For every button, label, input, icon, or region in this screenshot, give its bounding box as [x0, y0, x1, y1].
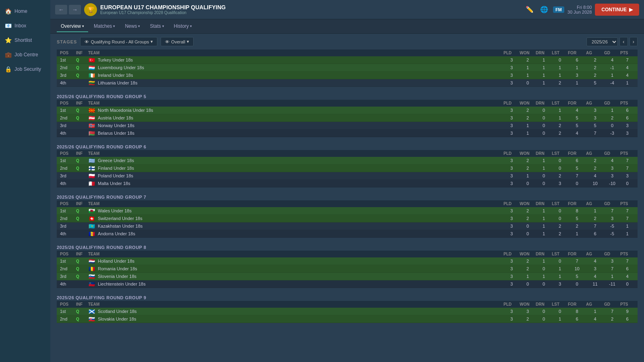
stat-cell: -5	[604, 231, 620, 236]
stat-cell: 0	[520, 181, 536, 186]
column-header: TEAM	[88, 252, 504, 256]
qualified-badge: Q	[76, 66, 79, 70]
column-header: WON	[520, 151, 536, 156]
stat-cell: 0	[604, 123, 620, 128]
stat-cell: 2	[604, 317, 620, 321]
sidebar-item-job-security[interactable]: 🔒 Job Security	[0, 62, 50, 76]
season-select[interactable]: 2025/26	[586, 37, 618, 46]
date-info: Fri 8:00 30 Jun 2028	[568, 5, 592, 14]
stat-cell: 3	[504, 131, 520, 136]
lock-icon: 🔒	[5, 66, 11, 72]
chevron-down-icon: ▾	[138, 24, 140, 28]
team-cell: 🇰🇿Kazakhstan Under 18s	[88, 224, 504, 228]
overall-dropdown[interactable]: 👁 Overall ▾	[161, 37, 194, 46]
column-header: FOR	[568, 202, 586, 206]
flag-icon: 🇸🇰	[88, 317, 95, 321]
tab-history[interactable]: History ▾	[170, 21, 196, 32]
column-header: AG	[586, 302, 604, 306]
group-section: 2025/26 QUALIFYING ROUND GROUP 5POSINFTE…	[57, 92, 638, 137]
column-header: PTS	[620, 151, 634, 156]
tab-stats[interactable]: Stats ▾	[146, 21, 168, 32]
column-header: FOR	[568, 302, 586, 306]
stat-cell: 2	[568, 224, 586, 228]
team-name: North Macedonia Under 18s	[98, 108, 153, 113]
table-row: 3rd🇰🇿Kazakhstan Under 18s301227-51	[57, 222, 638, 230]
stat-cell: 2	[520, 216, 536, 221]
stat-cell: 4	[604, 158, 620, 163]
column-header: PTS	[620, 51, 634, 55]
stat-cell: 3	[620, 123, 634, 128]
sidebar-item-home[interactable]: 🏠 Home	[0, 4, 50, 19]
continue-button[interactable]: CONTINUE ▶	[595, 4, 639, 16]
globe-icon[interactable]: 🌐	[539, 4, 550, 15]
sidebar-item-job-centre[interactable]: 💼 Job Centre	[0, 47, 50, 62]
stat-cell: 2	[586, 65, 604, 70]
position-cell: 1st	[60, 309, 76, 314]
position-cell: 2nd	[60, 317, 76, 321]
team-name: Finland Under 18s	[98, 166, 134, 171]
position-cell: 3rd	[60, 73, 76, 78]
sidebar-item-shortlist[interactable]: ⭐ Shortlist	[0, 33, 50, 47]
column-header: POS	[60, 51, 76, 55]
forward-button[interactable]: →	[69, 5, 81, 14]
group-section: POSINFTEAMPLDWONDRNLSTFORAGGDPTS1stQ🇹🇷Tu…	[57, 49, 638, 87]
main-content: ← → 🏆 EUROPEAN U17 CHAMPIONSHIP QUALIFYI…	[50, 0, 644, 362]
sidebar-item-inbox[interactable]: 📧 Inbox	[0, 19, 50, 33]
stat-cell: 0	[520, 282, 536, 286]
prev-page-button[interactable]: ‹	[619, 37, 627, 46]
back-button[interactable]: ←	[55, 5, 67, 14]
qualified-badge: Q	[76, 158, 79, 163]
edit-icon[interactable]: ✏️	[524, 4, 535, 15]
position-cell: 4th	[60, 282, 76, 286]
stat-cell: 0	[536, 266, 552, 271]
column-header: WON	[520, 101, 536, 105]
stat-cell: 1	[520, 274, 536, 279]
stat-cell: 1	[536, 73, 552, 78]
info-cell: Q	[76, 259, 88, 263]
tab-overview[interactable]: Overview ▾	[57, 21, 88, 32]
team-name: Scotland Under 18s	[98, 309, 137, 314]
qualified-badge: Q	[76, 166, 79, 171]
team-cell: 🇸🇰Slovakia Under 18s	[88, 317, 504, 321]
stat-cell: -1	[604, 65, 620, 70]
position-cell: 3rd	[60, 173, 76, 178]
briefcase-icon: 💼	[5, 51, 11, 58]
column-header: FOR	[568, 101, 586, 105]
stat-cell: 7	[604, 309, 620, 314]
sidebar-item-label: Inbox	[14, 23, 26, 29]
stat-cell: 0	[536, 181, 552, 186]
team-cell: 🇳🇴Norway Under 18s	[88, 123, 504, 128]
column-header: POS	[60, 151, 76, 156]
table-row: 4th🇱🇮Liechtenstein Under 18s3003011-110	[57, 280, 638, 288]
column-header: PLD	[504, 302, 520, 306]
stat-cell: 2	[586, 216, 604, 221]
info-cell: Q	[76, 166, 88, 171]
column-header: FOR	[568, 151, 586, 156]
next-page-button[interactable]: ›	[630, 37, 638, 46]
stat-cell: 7	[620, 158, 634, 163]
stage-dropdown[interactable]: 👁 Qualifying Round - All Groups ▾	[80, 37, 157, 46]
stat-cell: 0	[620, 282, 634, 286]
column-header: PLD	[504, 51, 520, 55]
qualified-badge: Q	[76, 317, 79, 321]
table-row: 1stQ🇬🇷Greece Under 18s32106247	[57, 157, 638, 165]
stat-cell: 1	[552, 115, 568, 120]
stat-cell: 4	[620, 65, 634, 70]
stat-cell: 7	[620, 58, 634, 62]
tab-news[interactable]: News ▾	[121, 21, 144, 32]
team-cell: 🇧🇾Belarus Under 18s	[88, 131, 504, 136]
team-name: Poland Under 18s	[98, 173, 133, 178]
stat-cell: 3	[504, 266, 520, 271]
column-header: DRN	[536, 202, 552, 206]
stat-cell: 6	[620, 108, 634, 113]
tab-matches[interactable]: Matches ▾	[90, 21, 119, 32]
stat-cell: 2	[552, 80, 568, 85]
team-name: Holland Under 18s	[98, 259, 134, 263]
stat-cell: 5	[568, 166, 586, 171]
sidebar-item-label: Shortlist	[14, 37, 32, 43]
qualified-badge: Q	[76, 216, 79, 221]
column-header: DRN	[536, 151, 552, 156]
stat-cell: 3	[520, 309, 536, 314]
qualified-badge: Q	[76, 73, 79, 78]
table-header: POSINFTEAMPLDWONDRNLSTFORAGGDPTS	[57, 100, 638, 107]
